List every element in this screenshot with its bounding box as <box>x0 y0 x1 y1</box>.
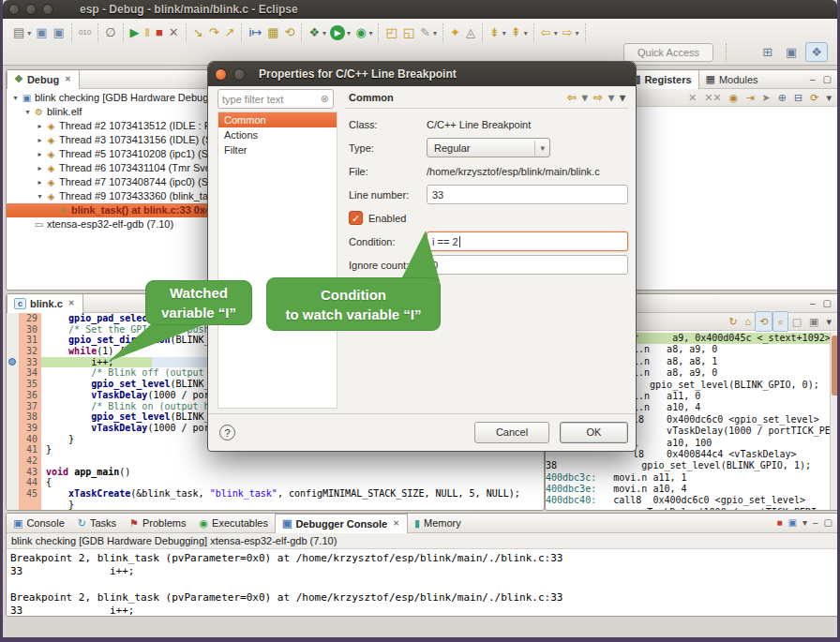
next-annotation-icon[interactable]: ⇞ <box>508 23 524 42</box>
debug-tree-item[interactable]: ≡blink_task() at blink.c:33 0x400db <box>7 203 210 217</box>
new-untitled-file-icon[interactable]: ✎ <box>417 23 433 42</box>
forward-menu-icon[interactable]: ▾ <box>606 88 617 107</box>
suspend-icon[interactable]: ‖ <box>142 23 153 42</box>
restore-defaults-icon[interactable]: ⇥ <box>742 88 758 107</box>
back-menu-icon[interactable]: ▾ <box>579 88 591 107</box>
debug-tree-item[interactable]: ▸◈Thread #5 1073410208 (ipc1) (Susp <box>7 147 210 161</box>
new-wizard-icon[interactable]: ▤ <box>10 23 27 42</box>
remove-all-icon[interactable]: ✕✕ <box>700 88 725 107</box>
next-annotation-icon-menu[interactable]: ▾ <box>524 29 530 37</box>
tree-twistie-icon[interactable]: ▸ <box>35 175 45 189</box>
ignore-count-input[interactable]: 0 <box>427 255 628 275</box>
minimize-icon[interactable]: – <box>806 298 819 308</box>
flash-icon[interactable]: ✦ <box>447 23 463 42</box>
dialog-nav-common[interactable]: Common <box>218 112 337 127</box>
home-icon[interactable]: ⌂ <box>742 312 756 331</box>
tree-twistie-icon[interactable]: ▸ <box>35 133 45 147</box>
tree-twistie-icon[interactable]: ▾ <box>35 189 45 203</box>
debug-tree-item[interactable]: ▾▣blink checking [GDB Hardware Debug <box>7 91 210 105</box>
minimize-icon[interactable]: – <box>806 74 819 84</box>
collapse-all-icon[interactable]: ⊟ <box>790 88 806 107</box>
line-number-input[interactable]: 33 <box>427 185 628 204</box>
debug-tree-item[interactable]: ▾⚙blink.elf <box>7 105 210 119</box>
run-icon[interactable]: ▶ <box>330 25 345 40</box>
maximize-icon[interactable]: ▢ <box>819 298 835 308</box>
console-output[interactable]: Breakpoint 2, blink_task (pvParameter=0x… <box>7 549 839 617</box>
condition-input[interactable]: i == 2 <box>427 231 628 251</box>
pin-view-icon[interactable]: ▣ <box>805 312 822 331</box>
skip-all-breakpoints-icon[interactable]: ∅ <box>102 23 118 42</box>
window-close-button[interactable] <box>8 4 20 15</box>
scrollbar-thumb[interactable] <box>832 336 838 396</box>
forward-icon-menu[interactable]: ▾ <box>576 29 581 37</box>
layout-icon[interactable]: ⟳ <box>806 88 822 107</box>
tab-tasks[interactable]: ↻Tasks <box>71 514 123 532</box>
view-menu-icon[interactable]: ▾ <box>822 312 835 331</box>
new-untitled-file-icon-menu[interactable]: ▾ <box>433 29 439 37</box>
open-perspective-icon[interactable]: ⊞ <box>758 43 777 61</box>
ok-button[interactable]: OK <box>560 422 628 443</box>
debug-tree-item[interactable]: ▭xtensa-esp32-elf-gdb (7.10) <box>7 217 210 231</box>
tab-problems[interactable]: ⚑Problems <box>123 514 192 532</box>
console-menu-icon[interactable]: ▾ <box>800 514 810 532</box>
chevron-down-icon[interactable]: ▾ <box>534 141 549 156</box>
external-tools-icon-menu[interactable]: ▾ <box>368 29 374 37</box>
help-button[interactable]: ? <box>219 425 235 440</box>
step-return-icon[interactable]: ↗ <box>222 23 238 42</box>
tree-twistie-icon[interactable]: ▸ <box>35 161 45 175</box>
display-selected-console-icon[interactable]: ▣ <box>786 514 800 532</box>
show-source-icon[interactable]: ⌕ <box>772 311 788 332</box>
terminate-icon[interactable]: ■ <box>153 23 166 42</box>
cancel-button[interactable]: Cancel <box>474 422 549 443</box>
java-perspective-icon[interactable]: ▣ <box>781 43 802 61</box>
tab-executables[interactable]: ◉Executables <box>192 514 275 532</box>
scrollbar[interactable] <box>830 332 839 510</box>
restart-icon[interactable]: ⟲ <box>282 23 298 42</box>
disconnect-icon[interactable]: ✕ <box>166 23 182 42</box>
memory-view-icon[interactable]: ▦ <box>264 23 281 42</box>
back-icon[interactable]: ⇦ <box>564 88 579 107</box>
debug-tree-item[interactable]: ▸◈Thread #6 1073431104 (Tmr Svc) (S <box>7 161 210 175</box>
dialog-close-button[interactable] <box>215 68 227 81</box>
close-icon[interactable]: ✕ <box>68 298 76 308</box>
debug-tree-item[interactable]: ▸◈Thread #2 1073413512 (IDLE : Runn <box>7 119 210 133</box>
tab-console[interactable]: ▣Console <box>7 514 71 532</box>
close-icon[interactable]: ✕ <box>64 74 72 84</box>
breakpoint-icon[interactable] <box>8 358 16 366</box>
step-into-icon[interactable]: ↘ <box>190 23 206 42</box>
view-menu-icon[interactable]: ▾ <box>822 88 835 107</box>
tree-twistie-icon[interactable]: ▾ <box>22 105 33 119</box>
tree-twistie-icon[interactable]: ▾ <box>10 91 21 105</box>
external-tools-icon[interactable]: ◉ <box>352 23 368 42</box>
back-icon[interactable]: ⇦ <box>538 23 554 42</box>
resume-icon[interactable]: ▶ <box>128 23 142 42</box>
refresh-icon[interactable]: ↻ <box>725 312 741 331</box>
new-view-icon[interactable]: ▢ <box>788 312 805 331</box>
window-maximize-button[interactable] <box>42 4 53 15</box>
debug-tree-item[interactable]: ▾◈Thread #9 1073433360 (blink_task <box>7 189 210 203</box>
previous-annotation-icon[interactable]: ⇟ <box>487 23 502 42</box>
enabled-checkbox[interactable]: ✓ <box>349 211 363 225</box>
open-project-icon[interactable]: ◰ <box>382 23 399 42</box>
remove-selected-icon[interactable]: ✕ <box>684 88 700 107</box>
forward-icon[interactable]: ⇨ <box>560 23 576 42</box>
step-over-icon[interactable]: ↷ <box>206 23 222 42</box>
dialog-nav-actions[interactable]: Actions <box>218 127 337 142</box>
filter-input[interactable]: type filter text ⊗ <box>218 89 334 109</box>
maximize-icon[interactable]: ▢ <box>819 74 835 84</box>
view-menu-icon[interactable]: ▾ <box>617 88 628 107</box>
tab-debug[interactable]: ❖ Debug ✕ <box>7 70 80 89</box>
save-all-icon[interactable]: ▣ <box>51 23 68 42</box>
save-icon[interactable]: ▣ <box>33 23 50 42</box>
window-minimize-button[interactable] <box>25 4 37 15</box>
type-dropdown[interactable]: Regular ▾ <box>427 138 550 157</box>
debug-tree-item[interactable]: ▸◈Thread #3 1073413156 (IDLE) (Susp <box>7 133 210 147</box>
tab-blink-c[interactable]: c blink.c ✕ <box>7 294 83 313</box>
open-file-icon[interactable]: ◱ <box>400 23 417 42</box>
mark-occurrences-icon[interactable]: ◬ <box>463 23 478 42</box>
debug-icon-menu[interactable]: ▾ <box>322 29 328 37</box>
quick-access-box[interactable]: Quick Access <box>623 43 713 62</box>
debug-icon[interactable]: ❖ <box>306 23 322 42</box>
dialog-maximize-button[interactable] <box>233 68 246 81</box>
tree-twistie-icon[interactable]: ▸ <box>35 119 45 133</box>
